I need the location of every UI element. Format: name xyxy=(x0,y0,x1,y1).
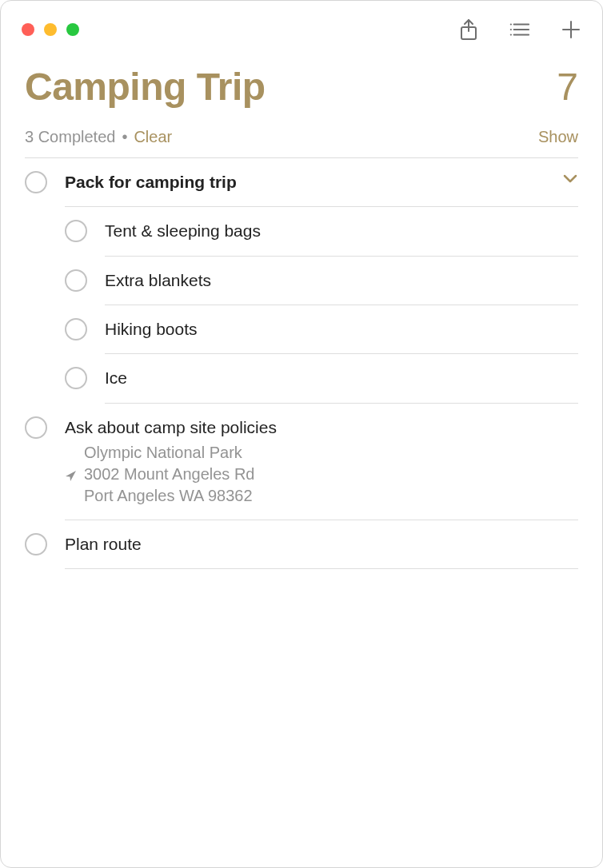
show-completed-button[interactable]: Show xyxy=(538,128,578,146)
reminder-title: Hiking boots xyxy=(105,318,578,340)
reminder-title: Plan route xyxy=(65,533,578,555)
window-controls xyxy=(22,23,79,36)
reminder-row[interactable]: Ice xyxy=(1,354,602,403)
fullscreen-window-button[interactable] xyxy=(66,23,79,36)
reminder-row[interactable]: Ask about camp site policies Olympic Nat… xyxy=(1,404,602,520)
list-header: Camping Trip 7 xyxy=(1,65,602,113)
reminder-title: Extra blankets xyxy=(105,269,578,292)
titlebar xyxy=(1,1,602,65)
complete-checkbox[interactable] xyxy=(65,318,87,340)
clear-completed-button[interactable]: Clear xyxy=(134,128,172,146)
svg-point-6 xyxy=(510,34,512,35)
reminder-title: Pack for camping trip xyxy=(65,171,578,193)
reminder-row[interactable]: Extra blankets xyxy=(1,257,602,305)
reminder-row[interactable]: Hiking boots xyxy=(1,305,602,354)
location-street: 3002 Mount Angeles Rd xyxy=(84,465,255,483)
list-count: 7 xyxy=(557,65,578,109)
complete-checkbox[interactable] xyxy=(25,416,47,439)
minimize-window-button[interactable] xyxy=(44,23,57,36)
reminder-location: Olympic National Park 3002 Mount Angeles… xyxy=(65,442,578,507)
complete-checkbox[interactable] xyxy=(25,533,47,555)
close-window-button[interactable] xyxy=(22,23,34,36)
add-reminder-icon[interactable] xyxy=(561,19,581,40)
location-name: Olympic National Park xyxy=(84,444,242,461)
list-title: Camping Trip xyxy=(25,65,266,109)
reminder-row[interactable]: Plan route xyxy=(1,520,602,569)
separator-dot: • xyxy=(122,128,127,146)
reminder-title: Ice xyxy=(105,367,578,389)
list-view-icon[interactable] xyxy=(509,19,530,40)
location-arrow-icon xyxy=(65,466,77,488)
svg-point-4 xyxy=(510,23,512,25)
reminders-window: Camping Trip 7 3 Completed • Clear Show … xyxy=(0,0,603,868)
chevron-down-icon[interactable] xyxy=(562,173,578,187)
complete-checkbox[interactable] xyxy=(65,269,87,292)
reminder-title: Ask about camp site policies xyxy=(65,416,578,439)
reminder-row[interactable]: Tent & sleeping bags xyxy=(1,207,602,256)
completed-bar: 3 Completed • Clear Show xyxy=(1,113,602,157)
complete-checkbox[interactable] xyxy=(65,220,87,242)
complete-checkbox[interactable] xyxy=(65,367,87,389)
reminder-row[interactable]: Pack for camping trip xyxy=(1,158,602,207)
toolbar xyxy=(458,19,581,40)
completed-summary: 3 Completed xyxy=(25,128,115,146)
location-city: Port Angeles WA 98362 xyxy=(84,487,253,504)
reminder-title: Tent & sleeping bags xyxy=(105,220,578,242)
reminders-list: Pack for camping trip Tent & sleeping ba… xyxy=(1,158,602,569)
svg-point-5 xyxy=(510,29,512,30)
share-icon[interactable] xyxy=(458,19,479,40)
complete-checkbox[interactable] xyxy=(25,171,47,193)
